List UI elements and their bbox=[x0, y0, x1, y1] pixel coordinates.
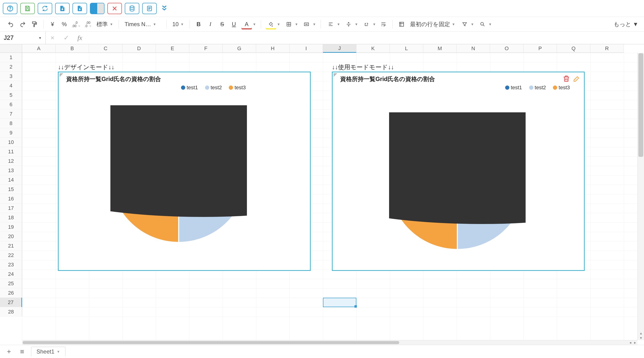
column-header[interactable]: H bbox=[256, 44, 290, 53]
formula-cancel-button[interactable]: × bbox=[46, 32, 59, 44]
row-header[interactable]: 11 bbox=[0, 147, 22, 156]
row-header[interactable]: 10 bbox=[0, 138, 22, 147]
column-header[interactable]: I bbox=[290, 44, 323, 53]
chart-design-mode[interactable]: 資格所持一覧Grid氏名の資格の割合 test1 test2 test3 tes… bbox=[58, 72, 311, 271]
chart-use-mode[interactable]: 資格所持一覧Grid氏名の資格の割合 test1 test2 test3 tes… bbox=[332, 72, 585, 271]
decrease-decimal-button[interactable]: .00.0 → bbox=[83, 19, 93, 30]
search-button[interactable]: ▼ bbox=[476, 19, 493, 30]
strikethrough-button[interactable]: S bbox=[217, 19, 228, 30]
notes-button[interactable] bbox=[142, 3, 157, 14]
font-family-select[interactable]: Times N…▼ bbox=[123, 19, 163, 30]
underline-button[interactable]: U bbox=[229, 19, 239, 30]
text-rotate-button[interactable]: ▼ bbox=[360, 19, 377, 30]
column-header[interactable]: O bbox=[490, 44, 524, 53]
more-button[interactable]: もっと▼ bbox=[614, 21, 638, 28]
row-header[interactable]: 1 bbox=[0, 53, 22, 62]
column-header[interactable]: G bbox=[223, 44, 256, 53]
save-button[interactable] bbox=[20, 3, 35, 14]
row-header[interactable]: 2 bbox=[0, 62, 22, 72]
row-header[interactable]: 22 bbox=[0, 251, 22, 260]
freeze-panes-select[interactable]: 最初の行を固定▼ bbox=[408, 19, 457, 30]
fx-button[interactable]: fx bbox=[73, 32, 86, 44]
number-format-select[interactable]: 標準▼ bbox=[94, 19, 115, 30]
increase-decimal-button[interactable]: .0.00 → bbox=[71, 19, 82, 30]
column-header[interactable]: D bbox=[122, 44, 156, 53]
scroll-down-icon[interactable]: ▾ bbox=[638, 335, 644, 340]
row-header[interactable]: 9 bbox=[0, 128, 22, 138]
select-all-corner[interactable] bbox=[0, 44, 22, 53]
column-header[interactable]: Q bbox=[557, 44, 590, 53]
text-color-button[interactable]: A▼ bbox=[240, 19, 257, 30]
row-header[interactable]: 20 bbox=[0, 232, 22, 241]
row-header[interactable]: 25 bbox=[0, 279, 22, 288]
scroll-left-icon[interactable]: ◂ bbox=[628, 340, 633, 345]
formula-input[interactable] bbox=[86, 32, 644, 44]
edit-chart-button[interactable] bbox=[573, 75, 581, 83]
halign-button[interactable]: ▼ bbox=[324, 19, 341, 30]
column-header[interactable]: F bbox=[189, 44, 223, 53]
column-header[interactable]: A bbox=[22, 44, 56, 53]
chart-resize-handle[interactable] bbox=[334, 73, 337, 77]
format-painter-button[interactable] bbox=[29, 19, 40, 30]
scroll-thumb[interactable] bbox=[22, 341, 399, 344]
database-button[interactable] bbox=[125, 3, 139, 14]
add-sheet-button[interactable]: + bbox=[5, 348, 13, 356]
export-button[interactable] bbox=[72, 3, 87, 14]
row-header[interactable]: 3 bbox=[0, 72, 22, 81]
filter-button[interactable]: ▼ bbox=[458, 19, 475, 30]
redo-button[interactable] bbox=[18, 19, 28, 30]
row-header[interactable]: 16 bbox=[0, 194, 22, 203]
merge-button[interactable]: ▼ bbox=[300, 19, 317, 30]
font-size-select[interactable]: 10▼ bbox=[170, 19, 186, 30]
fill-color-button[interactable]: ▼ bbox=[265, 19, 281, 30]
column-header[interactable]: C bbox=[89, 44, 122, 53]
row-header[interactable]: 4 bbox=[0, 81, 22, 91]
help-button[interactable] bbox=[3, 3, 18, 14]
column-header[interactable]: N bbox=[457, 44, 490, 53]
scroll-thumb[interactable] bbox=[638, 53, 643, 157]
column-header[interactable]: K bbox=[356, 44, 390, 53]
row-header[interactable]: 12 bbox=[0, 156, 22, 166]
row-header[interactable]: 27 bbox=[0, 298, 22, 307]
close-button[interactable] bbox=[107, 3, 122, 14]
row-header[interactable]: 19 bbox=[0, 222, 22, 232]
row-header[interactable]: 21 bbox=[0, 241, 22, 251]
sheet-tab[interactable]: Sheet1 ▼ bbox=[31, 347, 66, 356]
row-header[interactable]: 15 bbox=[0, 185, 22, 194]
currency-button[interactable]: ¥ bbox=[47, 19, 58, 30]
column-header[interactable]: P bbox=[524, 44, 557, 53]
row-header[interactable]: 18 bbox=[0, 213, 22, 222]
column-header[interactable]: M bbox=[423, 44, 457, 53]
column-header[interactable]: B bbox=[56, 44, 89, 53]
row-header[interactable]: 28 bbox=[0, 307, 22, 316]
vertical-scrollbar[interactable]: ▴ ▾ bbox=[638, 53, 644, 340]
split-view-button[interactable] bbox=[90, 3, 104, 14]
column-header[interactable]: J bbox=[323, 44, 356, 53]
row-header[interactable]: 13 bbox=[0, 166, 22, 175]
horizontal-scrollbar[interactable]: ◂ ▸ bbox=[22, 340, 638, 345]
row-header[interactable]: 5 bbox=[0, 91, 22, 100]
row-header[interactable]: 26 bbox=[0, 288, 22, 298]
formula-confirm-button[interactable]: ✓ bbox=[59, 32, 73, 44]
borders-button[interactable]: ▼ bbox=[283, 19, 299, 30]
undo-button[interactable] bbox=[6, 19, 16, 30]
fill-handle[interactable] bbox=[354, 305, 357, 308]
bold-button[interactable]: B bbox=[194, 19, 204, 30]
column-header[interactable]: L bbox=[390, 44, 423, 53]
scroll-right-icon[interactable]: ▸ bbox=[633, 340, 638, 345]
valign-button[interactable]: ▼ bbox=[342, 19, 359, 30]
row-header[interactable]: 8 bbox=[0, 119, 22, 128]
text-wrap-button[interactable] bbox=[378, 19, 388, 30]
delete-chart-button[interactable] bbox=[562, 75, 570, 83]
percent-button[interactable]: % bbox=[59, 19, 70, 30]
chart-resize-handle[interactable] bbox=[60, 73, 63, 77]
column-header[interactable]: R bbox=[590, 44, 624, 53]
freeze-panes-icon-button[interactable] bbox=[396, 19, 407, 30]
column-header[interactable]: E bbox=[156, 44, 189, 53]
row-header[interactable]: 24 bbox=[0, 269, 22, 279]
sync-button[interactable] bbox=[38, 3, 52, 14]
spreadsheet-grid[interactable]: ABCDEFGHIJKLMNOPQR 123456789101112131415… bbox=[0, 44, 644, 345]
scroll-up-icon[interactable]: ▴ bbox=[638, 331, 644, 335]
row-header[interactable]: 23 bbox=[0, 260, 22, 269]
row-header[interactable]: 14 bbox=[0, 175, 22, 185]
